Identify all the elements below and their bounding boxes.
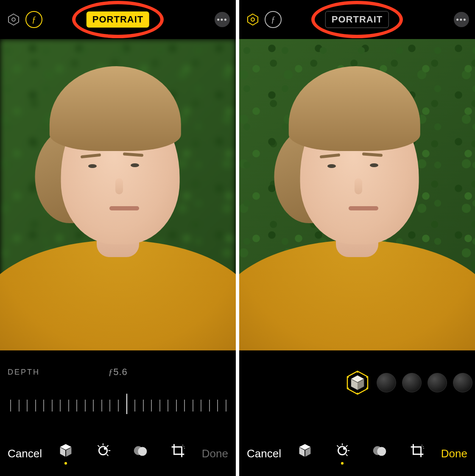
svg-point-1	[12, 18, 15, 21]
lighting-option[interactable]	[377, 373, 396, 392]
svg-line-36	[337, 445, 339, 447]
controls-panel: DEPTH ƒ5.6 Cancel	[0, 350, 236, 476]
filters-circles-icon	[132, 442, 149, 459]
svg-point-6	[104, 447, 106, 450]
svg-point-21	[357, 371, 358, 372]
tab-portrait[interactable]	[296, 442, 314, 465]
tab-crop[interactable]	[168, 442, 187, 465]
crop-rotate-icon	[408, 442, 425, 459]
edit-tabs	[296, 442, 426, 465]
active-dot-icon	[64, 462, 67, 465]
svg-line-33	[346, 445, 348, 447]
svg-point-25	[347, 387, 349, 389]
svg-marker-14	[248, 14, 258, 25]
tab-filters[interactable]	[131, 442, 150, 465]
depth-slider[interactable]	[10, 393, 226, 414]
edit-tabs	[56, 442, 187, 465]
top-bar: ƒ PORTRAIT •••	[0, 0, 236, 39]
done-button[interactable]: Done	[202, 447, 228, 460]
screenshot-pair: ƒ PORTRAIT ••• DEPTH ƒ5.6	[0, 0, 475, 476]
depth-value: ƒ5.6	[108, 367, 128, 378]
adjust-dial-icon	[95, 442, 112, 459]
portrait-mode-label: PORTRAIT	[92, 14, 143, 25]
svg-point-13	[138, 447, 147, 456]
svg-point-38	[377, 447, 386, 456]
crop-rotate-icon	[169, 442, 186, 459]
bottom-toolbar: Cancel	[239, 439, 475, 468]
tab-portrait[interactable]	[56, 442, 75, 465]
aperture-f-button[interactable]: ƒ	[25, 11, 42, 28]
svg-line-11	[98, 445, 100, 447]
svg-marker-0	[8, 14, 19, 25]
tab-crop[interactable]	[408, 442, 426, 465]
depth-readout: DEPTH ƒ5.6	[0, 366, 236, 378]
phone-left: ƒ PORTRAIT ••• DEPTH ƒ5.6	[0, 0, 236, 476]
lighting-hex-button[interactable]	[6, 12, 21, 27]
lighting-option[interactable]	[453, 373, 472, 392]
depth-label: DEPTH	[8, 368, 40, 377]
tab-filters[interactable]	[370, 442, 389, 465]
top-left-controls: ƒ	[6, 11, 42, 28]
svg-point-26	[347, 376, 349, 378]
svg-point-22	[366, 376, 367, 378]
controls-panel: Cancel	[239, 350, 475, 476]
aperture-f-button[interactable]: ƒ	[265, 11, 282, 28]
tab-adjust[interactable]	[94, 442, 112, 465]
portrait-subject	[0, 39, 236, 350]
portrait-mode-toggle[interactable]: PORTRAIT	[325, 11, 389, 28]
photo-preview[interactable]	[0, 39, 236, 350]
photo-preview[interactable]	[239, 39, 475, 350]
cancel-button[interactable]: Cancel	[247, 447, 281, 460]
cube-icon	[57, 442, 74, 459]
svg-point-24	[357, 392, 358, 394]
svg-line-35	[346, 454, 348, 456]
svg-point-31	[343, 447, 346, 450]
lighting-options-row[interactable]	[239, 367, 475, 398]
portrait-subject	[239, 39, 475, 350]
more-options-button[interactable]: •••	[215, 12, 230, 27]
done-button[interactable]: Done	[441, 447, 467, 460]
adjust-dial-icon	[334, 442, 351, 459]
cube-icon	[296, 442, 313, 459]
lighting-option-selected[interactable]	[344, 370, 371, 396]
lighting-option[interactable]	[402, 373, 422, 392]
filters-circles-icon	[371, 442, 388, 459]
lighting-hex-button[interactable]	[245, 12, 260, 27]
svg-line-8	[107, 445, 109, 447]
top-left-controls: ƒ	[245, 11, 282, 28]
svg-point-23	[366, 387, 367, 389]
bottom-toolbar: Cancel	[0, 439, 236, 468]
tab-adjust[interactable]	[333, 442, 352, 465]
portrait-mode-label: PORTRAIT	[332, 14, 383, 25]
cancel-button[interactable]: Cancel	[8, 447, 42, 460]
lighting-hex-icon	[344, 370, 371, 396]
active-dot-icon	[341, 462, 344, 465]
more-options-button[interactable]: •••	[454, 12, 469, 27]
portrait-mode-toggle[interactable]: PORTRAIT	[87, 11, 149, 28]
screenshot-divider	[236, 0, 239, 476]
svg-line-10	[107, 454, 109, 456]
top-bar: ƒ PORTRAIT •••	[239, 0, 475, 39]
phone-right: ƒ PORTRAIT •••	[239, 0, 475, 476]
svg-point-15	[251, 18, 254, 21]
lighting-option[interactable]	[428, 373, 447, 392]
